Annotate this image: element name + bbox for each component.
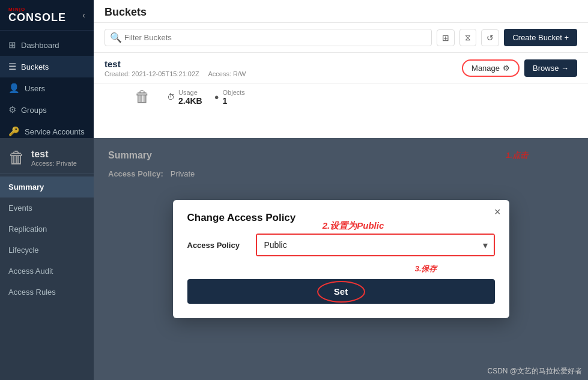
bucket-created: Created: 2021-12-05T15:21:02Z [105, 70, 199, 77]
sidebar-item-dashboard-label: Dashboard [21, 41, 59, 50]
bucket-name: test [105, 59, 455, 69]
manage-button[interactable]: Manage ⚙ [462, 59, 520, 77]
usage-icon: ⏱ [167, 92, 175, 101]
page-title: Buckets [94, 0, 588, 23]
manage-label: Manage [471, 64, 500, 73]
change-access-policy-dialog: × Change Access Policy 2.设置为Public Acces… [173, 200, 509, 318]
sidebar-top: MIN|O CONSOLE ‹ ⊞ Dashboard ☰ Buckets 👤 … [0, 0, 94, 138]
sidebar-item-users[interactable]: 👤 Users [0, 77, 94, 99]
nav-item-replication[interactable]: Replication [0, 219, 94, 240]
filter-input[interactable] [124, 33, 426, 42]
bucket-row: test Created: 2021-12-05T15:21:02Z Acces… [94, 53, 588, 84]
bucket-meta: Created: 2021-12-05T15:21:02Z Access: R/… [105, 70, 455, 77]
sidebar-item-groups[interactable]: ⚙ Groups [0, 99, 94, 121]
nav-access-audit-label: Access Audit [8, 267, 53, 276]
bucket-info: test Created: 2021-12-05T15:21:02Z Acces… [105, 59, 455, 77]
usage-label: Usage [178, 89, 202, 96]
logo: MIN|O CONSOLE [8, 7, 66, 23]
logo-console-text: CONSOLE [8, 12, 66, 23]
annotation-step2: 2.设置为Public [323, 220, 384, 232]
access-policy-select[interactable]: Public Private Custom [257, 235, 494, 255]
main-bottom: Summary Access Policy: Private 1.点击 × Ch… [94, 138, 588, 380]
browse-button[interactable]: Browse → [524, 59, 577, 77]
buckets-icon: ☰ [8, 61, 16, 72]
logo-area: MIN|O CONSOLE ‹ [0, 0, 94, 31]
dashboard-icon: ⊞ [8, 40, 16, 50]
bucket-detail-icon: 🗑 [8, 148, 25, 167]
filter-button[interactable]: ⧖ [459, 29, 476, 46]
bottom-nav: Summary Events Replication Lifecycle Acc… [0, 174, 94, 305]
nav-access-rules-label: Access Rules [8, 288, 56, 297]
form-row-access-policy: Access Policy Public Private Custom ▾ [187, 234, 495, 256]
filter-input-wrap: 🔍 [105, 29, 432, 46]
sidebar-item-users-label: Users [25, 84, 45, 93]
dialog-close-button[interactable]: × [494, 206, 501, 219]
form-label-access-policy: Access Policy [187, 241, 247, 250]
grid-view-button[interactable]: ⊞ [437, 29, 455, 46]
set-button[interactable]: Set [187, 279, 495, 304]
sidebar-item-groups-label: Groups [21, 106, 47, 115]
watermark: CSDN @文艺的马拉松爱好者 [487, 366, 582, 376]
bottom-section: 🗑 test Access: Private Summary Events Re… [0, 138, 588, 380]
create-bucket-button[interactable]: Create Bucket + [504, 29, 577, 46]
objects-value: 1 [223, 96, 228, 106]
bucket-actions: Manage ⚙ Browse → [462, 59, 577, 77]
top-nav: ⊞ Dashboard ☰ Buckets 👤 Users ⚙ Groups 🔑… [0, 31, 94, 146]
objects-stat: ● Objects 1 [214, 89, 245, 106]
bucket-detail-name: test [31, 149, 77, 160]
nav-item-access-audit[interactable]: Access Audit [0, 261, 94, 282]
sidebar-collapse-icon[interactable]: ‹ [82, 10, 85, 20]
nav-replication-label: Replication [8, 225, 47, 234]
dialog-overlay: × Change Access Policy 2.设置为Public Acces… [94, 138, 588, 380]
bucket-detail-header: 🗑 test Access: Private [0, 138, 94, 174]
access-policy-select-wrap: Public Private Custom ▾ [256, 234, 495, 256]
sidebar-item-dashboard[interactable]: ⊞ Dashboard [0, 34, 94, 56]
buckets-toolbar: 🔍 ⊞ ⧖ ↺ Create Bucket + [94, 23, 588, 53]
service-accounts-icon: 🔑 [8, 126, 20, 137]
nav-lifecycle-label: Lifecycle [8, 246, 39, 255]
nav-item-lifecycle[interactable]: Lifecycle [0, 240, 94, 261]
bucket-large-icon: 🗑 [135, 88, 150, 106]
usage-stat: ⏱ Usage 2.4KB [167, 89, 202, 106]
nav-summary-label: Summary [8, 182, 44, 192]
search-icon: 🔍 [110, 32, 122, 43]
objects-icon: ● [214, 92, 219, 101]
sidebar-item-service-accounts-label: Service Accounts [25, 127, 85, 136]
sidebar-bottom: 🗑 test Access: Private Summary Events Re… [0, 138, 94, 380]
nav-item-access-rules[interactable]: Access Rules [0, 282, 94, 303]
bucket-access: Access: R/W [208, 70, 246, 77]
users-icon: 👤 [8, 83, 20, 94]
usage-value: 2.4KB [178, 96, 202, 106]
refresh-button[interactable]: ↺ [481, 29, 499, 46]
objects-label: Objects [223, 89, 245, 96]
nav-item-events[interactable]: Events [0, 198, 94, 219]
dialog-footer: 3.保存 Set [173, 279, 509, 318]
groups-icon: ⚙ [8, 104, 16, 115]
nav-events-label: Events [8, 204, 32, 213]
annotation-step3: 3.保存 [415, 264, 437, 274]
sidebar-item-buckets[interactable]: ☰ Buckets [0, 56, 94, 77]
sidebar-item-buckets-label: Buckets [21, 62, 49, 71]
bucket-stats: 🗑 ⏱ Usage 2.4KB ● Objects 1 [94, 84, 588, 110]
dialog-body: 2.设置为Public Access Policy Public Private… [173, 234, 509, 279]
gear-icon: ⚙ [503, 64, 510, 73]
main-top: Buckets 🔍 ⊞ ⧖ ↺ Create Bucket + test Cre… [94, 0, 588, 138]
bucket-detail-access: Access: Private [31, 160, 77, 167]
nav-item-summary[interactable]: Summary [0, 176, 94, 198]
